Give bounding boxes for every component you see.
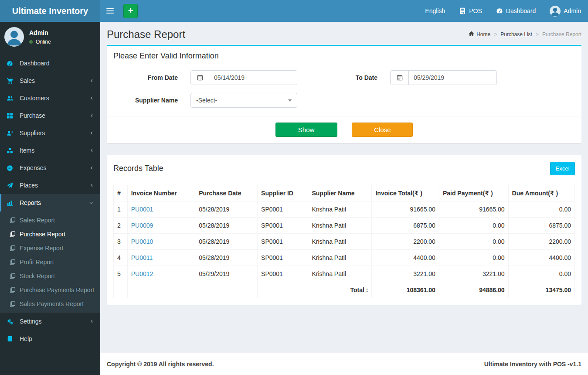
filter-panel-body: From Date To Date [107,66,581,116]
sidebar-item-settings[interactable]: Settings [0,313,100,330]
sidebar-item-label: Purchase [20,112,45,119]
report-files-icon [10,217,16,223]
breadcrumb: Home > Purchase List > Purchase Report [469,31,581,38]
filter-panel-title: Please Enter Valid Information [113,51,219,61]
col-header-invoice-total: Invoice Total(₹ ) [372,185,439,201]
submenu-item-stock-report[interactable]: Stock Report [0,269,100,283]
invoice-link[interactable]: PU0012 [131,270,153,277]
report-files-icon [10,287,16,293]
chevron-left-icon [90,148,94,153]
pos-link[interactable]: POS [452,0,489,22]
cart-icon [7,78,16,84]
caret-down-icon [288,99,292,102]
app-logo[interactable]: Ultimate Inventory [0,0,100,22]
grid-icon [7,112,16,119]
sidebar-item-places[interactable]: Places [0,177,100,194]
chevron-left-icon [90,183,94,188]
dashboard-link[interactable]: Dashboard [489,0,543,22]
total-invoice: 108361.00 [372,282,439,298]
sidebar-item-reports[interactable]: Reports [0,194,100,211]
sidebar-item-expenses[interactable]: Expenses [0,159,100,177]
sidebar-item-label: Expenses [20,164,46,171]
speedometer-icon [7,60,16,67]
reports-submenu: Sales Report Purchase Report Expense Rep… [0,211,100,313]
total-due: 13475.00 [508,282,574,298]
sidebar-user-panel: Admin Online [0,22,100,52]
excel-export-button[interactable]: Excel [550,162,575,175]
report-files-icon [10,231,16,237]
from-date-input[interactable] [209,71,297,85]
sidebar: Admin Online Dashboard Sales [0,22,100,375]
sidebar-menu: Dashboard Sales Customers Pur [0,55,100,348]
sidebar-item-purchase[interactable]: Purchase [0,107,100,124]
submenu-item-expense-report[interactable]: Expense Report [0,241,100,255]
col-header-purchase-date: Purchase Date [195,185,258,201]
sidebar-item-help[interactable]: Help [0,330,100,348]
supplier-name-label: Supplier Name [113,97,178,104]
total-label: Total : [308,282,372,298]
supplier-select-value: -Select- [196,97,217,104]
sidebar-item-label: Dashboard [20,60,50,67]
table-header-row: # Invoice Number Purchase Date Supplier … [114,185,575,201]
filter-panel-header: Please Enter Valid Information [107,46,581,66]
pos-label: POS [469,7,482,14]
home-icon [469,31,474,38]
table-row: 2 PU0009 05/28/2019 SP0001 Krishna Patil… [114,218,575,234]
quick-add-button[interactable]: + [123,4,138,18]
sidebar-item-label: Settings [20,318,42,325]
calendar-icon[interactable] [191,71,209,85]
sidebar-item-items[interactable]: Items [0,142,100,159]
records-panel: Records Table Excel # Invoice Number Pur… [107,155,581,305]
records-table: # Invoice Number Purchase Date Supplier … [113,185,575,298]
book-icon [7,336,16,342]
content-header: Purchase Report Home > Purchase List > P… [107,28,581,41]
sidebar-avatar [4,27,24,47]
sidebar-user-name: Admin [29,29,51,36]
submenu-item-profit-report[interactable]: Profit Report [0,255,100,269]
supplier-select[interactable]: -Select- [190,93,297,108]
app-window: Ultimate Inventory + English POS [0,0,588,375]
breadcrumb-purchase-list[interactable]: Purchase List [500,31,532,38]
breadcrumb-separator: > [494,31,497,38]
sidebar-toggle-button[interactable] [100,0,120,22]
breadcrumb-home[interactable]: Home [469,31,490,38]
col-header-index: # [114,185,128,201]
sidebar-item-suppliers[interactable]: Suppliers [0,124,100,142]
records-panel-title: Records Table [113,164,163,173]
sidebar-item-label: Reports [20,199,41,206]
submenu-item-sales-report[interactable]: Sales Report [0,213,100,227]
filter-panel: Please Enter Valid Information From Date… [107,45,581,143]
invoice-link[interactable]: PU0001 [131,206,153,213]
language-label: English [425,7,445,14]
sidebar-item-dashboard[interactable]: Dashboard [0,55,100,72]
to-date-input[interactable] [409,71,496,85]
invoice-link[interactable]: PU0009 [131,222,153,229]
calendar-icon[interactable] [391,71,409,85]
submenu-item-purchase-report[interactable]: Purchase Report [0,227,100,241]
language-menu[interactable]: English [418,0,452,22]
sidebar-item-label: Items [20,147,34,154]
submenu-item-sales-payments-report[interactable]: Sales Payments Report [0,297,100,311]
pos-icon [459,7,466,14]
report-files-icon [10,273,16,279]
chevron-left-icon [90,130,94,136]
invoice-link[interactable]: PU0011 [131,254,153,261]
page-footer: Copyright © 2019 All rights reserved. Ul… [100,353,588,375]
report-files-icon [10,301,16,307]
sidebar-item-label: Sales [20,77,35,84]
user-plus-icon [7,130,16,136]
table-total-row: Total : 108361.00 94886.00 13475.00 [114,282,575,298]
invoice-link[interactable]: PU0010 [131,238,153,245]
sidebar-item-customers[interactable]: Customers [0,89,100,107]
report-files-icon [10,245,16,251]
col-header-supplier-name: Supplier Name [308,185,372,201]
col-header-due-amount: Due Amount(₹ ) [508,185,574,201]
close-button[interactable]: Close [352,123,413,137]
user-menu[interactable]: Admin [543,0,588,22]
submenu-item-purchase-payments-report[interactable]: Purchase Payments Report [0,283,100,297]
filter-panel-footer: Show Close [107,116,581,143]
sidebar-item-sales[interactable]: Sales [0,72,100,89]
total-paid: 94886.00 [439,282,508,298]
records-panel-body: # Invoice Number Purchase Date Supplier … [107,181,581,305]
show-button[interactable]: Show [275,123,337,137]
